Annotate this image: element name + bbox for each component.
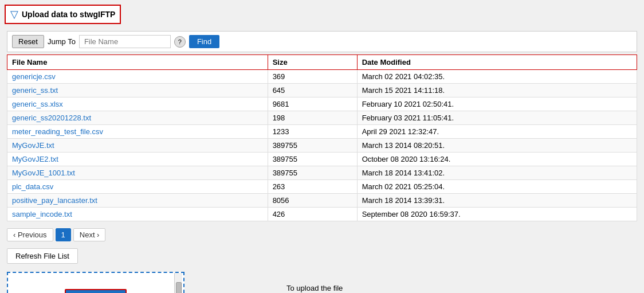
main-content: Reset Jump To ? Find File Name Size Date…: [5, 29, 639, 293]
drop-zone[interactable]: Select files or drag and drop files here…: [7, 272, 184, 293]
file-date-cell: October 08 2020 13:16:24.: [357, 153, 637, 166]
file-date-cell: March 15 2021 14:11:18.: [357, 84, 637, 97]
file-size-cell: 1233: [268, 125, 357, 139]
file-name-cell[interactable]: meter_reading_test_file.csv: [7, 125, 268, 139]
file-size-cell: 426: [268, 208, 357, 221]
table-row[interactable]: meter_reading_test_file.csv1233April 29 …: [7, 125, 637, 139]
file-name-cell[interactable]: generic_ss.xlsx: [7, 97, 268, 111]
help-button[interactable]: ?: [174, 36, 186, 48]
jump-to-input[interactable]: [79, 35, 171, 48]
file-date-cell: February 03 2021 11:05:41.: [357, 111, 637, 125]
toolbar: Reset Jump To ? Find: [7, 31, 637, 52]
col-header-size: Size: [268, 55, 357, 70]
file-name-cell[interactable]: genericje.csv: [7, 70, 268, 84]
file-name-cell[interactable]: generic_ss20201228.txt: [7, 111, 268, 125]
upload-icon: ▽: [10, 8, 18, 21]
previous-button[interactable]: ‹ Previous: [7, 228, 53, 241]
file-date-cell: March 18 2014 13:41:02.: [357, 166, 637, 180]
file-name-cell[interactable]: sample_incode.txt: [7, 208, 268, 221]
file-name-cell[interactable]: MyGovJE2.txt: [7, 153, 268, 166]
file-date-cell: April 29 2021 12:32:47.: [357, 125, 637, 139]
current-page[interactable]: 1: [56, 228, 71, 241]
window-title: Upload data to stwgIFTP: [22, 10, 115, 19]
chevron-left-icon: ‹: [13, 231, 18, 239]
table-row[interactable]: MyGovJE2.txt389755October 08 2020 13:16:…: [7, 153, 637, 166]
next-button[interactable]: Next ›: [73, 228, 106, 241]
file-date-cell: March 02 2021 05:25:04.: [357, 180, 637, 194]
file-name-cell[interactable]: plc_data.csv: [7, 180, 268, 194]
file-size-cell: 8056: [268, 194, 357, 208]
file-size-cell: 389755: [268, 166, 357, 180]
jump-to-label: Jump To: [48, 37, 76, 46]
file-date-cell: March 18 2014 13:39:31.: [357, 194, 637, 208]
file-size-cell: 389755: [268, 139, 357, 153]
file-size-cell: 263: [268, 180, 357, 194]
table-row[interactable]: sample_incode.txt426September 08 2020 16…: [7, 208, 637, 221]
file-size-cell: 389755: [268, 153, 357, 166]
file-date-cell: March 13 2014 08:20:51.: [357, 139, 637, 153]
table-row[interactable]: positive_pay_lancaster.txt8056March 18 2…: [7, 194, 637, 208]
file-table: File Name Size Date Modified genericje.c…: [7, 54, 637, 221]
main-window: ▽ Upload data to stwgIFTP Reset Jump To …: [0, 0, 644, 293]
file-date-cell: March 02 2021 04:02:35.: [357, 70, 637, 84]
file-name-cell[interactable]: generic_ss.txt: [7, 84, 268, 97]
upload-area: Select files or drag and drop files here…: [7, 272, 637, 293]
file-size-cell: 9681: [268, 97, 357, 111]
annotation-area: To upload the filefrom externalsource.: [207, 283, 343, 293]
file-date-cell: September 08 2020 16:59:37.: [357, 208, 637, 221]
refresh-file-list-button[interactable]: Refresh File List: [7, 248, 78, 264]
table-row[interactable]: generic_ss.xlsx9681February 10 2021 02:5…: [7, 97, 637, 111]
find-button[interactable]: Find: [189, 35, 219, 48]
file-name-cell[interactable]: MyGovJE.txt: [7, 139, 268, 153]
file-name-cell[interactable]: positive_pay_lancaster.txt: [7, 194, 268, 208]
table-row[interactable]: generic_ss20201228.txt198February 03 202…: [7, 111, 637, 125]
file-size-cell: 645: [268, 84, 357, 97]
table-row[interactable]: MyGovJE_1001.txt389755March 18 2014 13:4…: [7, 166, 637, 180]
annotation-text: To upload the filefrom externalsource.: [286, 283, 343, 293]
scrollbar: [174, 273, 182, 293]
table-row[interactable]: genericje.csv369March 02 2021 04:02:35.: [7, 70, 637, 84]
title-bar: ▽ Upload data to stwgIFTP: [5, 5, 121, 24]
table-row[interactable]: generic_ss.txt645March 15 2021 14:11:18.: [7, 84, 637, 97]
file-size-cell: 198: [268, 111, 357, 125]
file-date-cell: February 10 2021 02:50:41.: [357, 97, 637, 111]
col-header-name: File Name: [7, 55, 268, 70]
table-row[interactable]: plc_data.csv263March 02 2021 05:25:04.: [7, 180, 637, 194]
pagination: ‹ Previous 1 Next ›: [7, 226, 637, 244]
file-size-cell: 369: [268, 70, 357, 84]
chevron-right-icon: ›: [95, 231, 100, 239]
file-name-cell[interactable]: MyGovJE_1001.txt: [7, 166, 268, 180]
table-row[interactable]: MyGovJE.txt389755March 13 2014 08:20:51.: [7, 139, 637, 153]
select-files-button[interactable]: Select files: [65, 289, 127, 294]
reset-button[interactable]: Reset: [12, 35, 44, 48]
col-header-date: Date Modified: [357, 55, 637, 70]
scrollbar-thumb: [176, 282, 182, 293]
